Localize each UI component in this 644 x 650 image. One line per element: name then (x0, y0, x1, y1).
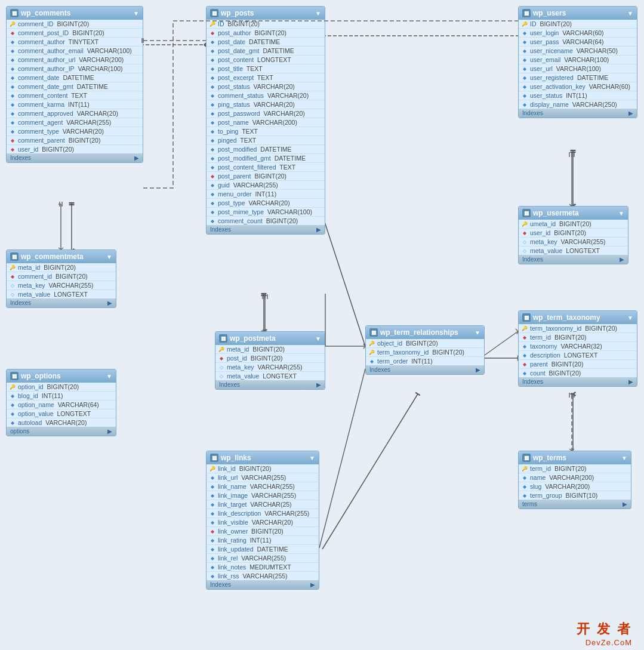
table-row: ◆user_registered DATETIME (519, 73, 637, 82)
table-body-wp-posts: 🔑ID BIGINT(20) ◆post_author BIGINT(20) ◆… (207, 20, 325, 225)
table-footer-wp-term-relationships[interactable]: Indexes ▶ (366, 365, 484, 374)
table-row: ◆post_modified_gmt DATETIME (207, 154, 325, 163)
table-row: ◆user_id BIGINT(20) (519, 229, 628, 238)
watermark-line2: DevZe.CoM (586, 638, 632, 647)
table-row: 🔑comment_ID BIGINT(20) (7, 20, 143, 29)
table-body-wp-term-relationships: 🔑object_id BIGINT(20) 🔑term_taxonomy_id … (366, 339, 484, 365)
dropdown-arrow[interactable]: ▼ (106, 254, 112, 260)
table-footer-wp-users[interactable]: Indexes ▶ (519, 109, 637, 118)
table-footer-wp-links[interactable]: Indexes ▶ (207, 580, 319, 589)
field-icon: ◆ (9, 74, 16, 81)
key-icon: 🔑 (368, 349, 375, 356)
footer-arrow: ▶ (628, 110, 633, 116)
dropdown-arrow[interactable]: ▼ (315, 335, 321, 342)
field-icon: ◆ (521, 56, 528, 63)
table-header-wp-users[interactable]: ▦ wp_users ▼ (519, 7, 637, 20)
table-row: ◇meta_key VARCHAR(255) (7, 281, 116, 290)
table-wp-comments: ▦ wp_comments ▼ 🔑comment_ID BIGINT(20) ◆… (6, 6, 143, 163)
field-icon: ◆ (521, 483, 528, 490)
dropdown-arrow[interactable]: ▼ (106, 373, 112, 380)
diamond-icon: ◇ (218, 363, 225, 371)
field-icon: ◆ (209, 563, 216, 571)
dropdown-arrow[interactable]: ▼ (309, 455, 315, 461)
field-icon: ◆ (209, 519, 216, 526)
table-header-wp-links[interactable]: ▦ wp_links ▼ (207, 451, 319, 464)
dropdown-arrow[interactable]: ▼ (621, 455, 627, 461)
table-row: ◆link_rss VARCHAR(255) (207, 572, 319, 580)
field-icon: ◆ (209, 146, 216, 153)
table-body-wp-commentmeta: 🔑meta_id BIGINT(20) ◆comment_id BIGINT(2… (7, 263, 116, 298)
dropdown-arrow[interactable]: ▼ (618, 210, 624, 217)
table-row: ◆comment_date_gmt DATETIME (7, 82, 143, 91)
field-icon: ◆ (209, 572, 216, 580)
footer-arrow: ▶ (628, 378, 633, 385)
table-header-wp-commentmeta[interactable]: ▦ wp_commentmeta ▼ (7, 250, 116, 263)
table-footer-wp-options[interactable]: options ▶ (7, 427, 116, 436)
field-icon: ◆ (209, 554, 216, 562)
table-footer-wp-terms[interactable]: terms ▶ (519, 500, 631, 509)
field-icon: ◆ (521, 369, 528, 377)
table-icon: ▦ (210, 9, 218, 17)
field-icon: ◆ (9, 92, 16, 99)
table-row: ◆comment_karma INT(11) (7, 100, 143, 109)
table-row: ◆comment_author TINYTEXT (7, 38, 143, 47)
table-header-wp-term-relationships[interactable]: ▦ wp_term_relationships ▼ (366, 326, 484, 339)
key-icon: 🔑 (9, 20, 16, 27)
fk-icon: ◆ (218, 355, 225, 362)
table-header-wp-comments[interactable]: ▦ wp_comments ▼ (7, 7, 143, 20)
table-row: ◆menu_order INT(11) (207, 190, 325, 199)
table-header-wp-postmeta[interactable]: ▦ wp_postmeta ▼ (215, 332, 325, 345)
footer-arrow: ▶ (620, 256, 624, 263)
table-wp-users: ▦ wp_users ▼ 🔑ID BIGINT(20) ◆user_login … (518, 6, 637, 118)
table-row: 🔑umeta_id BIGINT(20) (519, 220, 628, 229)
table-footer-wp-usermeta[interactable]: Indexes ▶ (519, 255, 628, 264)
table-row: ◆post_content LONGTEXT (207, 56, 325, 64)
table-footer-wp-term-taxonomy[interactable]: Indexes ▶ (519, 377, 637, 386)
table-header-wp-options[interactable]: ▦ wp_options ▼ (7, 369, 116, 383)
table-row: 🔑option_id BIGINT(20) (7, 383, 116, 392)
dropdown-arrow[interactable]: ▼ (315, 10, 321, 17)
table-wp-options: ▦ wp_options ▼ 🔑option_id BIGINT(20) ◆bl… (6, 369, 116, 436)
table-footer-wp-posts[interactable]: Indexes ▶ (207, 225, 325, 234)
dropdown-arrow[interactable]: ▼ (627, 315, 633, 321)
table-body-wp-users: 🔑ID BIGINT(20) ◆user_login VARCHAR(60) ◆… (519, 20, 637, 109)
fk-icon: ◆ (9, 273, 16, 280)
table-wp-commentmeta: ▦ wp_commentmeta ▼ 🔑meta_id BIGINT(20) ◆… (6, 249, 116, 308)
dropdown-arrow[interactable]: ▼ (627, 10, 633, 17)
table-row: ◆post_content_filtered TEXT (207, 163, 325, 172)
table-row: ◆comment_count BIGINT(20) (207, 217, 325, 225)
table-row: ◆link_updated DATETIME (207, 545, 319, 554)
table-row: ◆taxonomy VARCHAR(32) (519, 342, 637, 351)
dropdown-arrow[interactable]: ▼ (133, 10, 139, 17)
fk-icon: ◆ (9, 146, 16, 153)
table-header-wp-posts[interactable]: ▦ wp_posts ▼ (207, 7, 325, 20)
field-icon: ◆ (9, 38, 16, 45)
field-icon: ◆ (521, 38, 528, 45)
field-icon: ◆ (521, 352, 528, 359)
table-body-wp-term-taxonomy: 🔑term_taxonomy_id BIGINT(20) ◆term_id BI… (519, 324, 637, 377)
table-row: ◆post_date DATETIME (207, 38, 325, 47)
table-header-wp-usermeta[interactable]: ▦ wp_usermeta ▼ (519, 207, 628, 220)
field-icon: ◆ (9, 119, 16, 126)
table-footer-wp-commentmeta[interactable]: Indexes ▶ (7, 298, 116, 307)
table-row: ◆guid VARCHAR(255) (207, 181, 325, 190)
field-icon: ◆ (9, 419, 16, 426)
dropdown-arrow[interactable]: ▼ (474, 329, 480, 336)
table-footer-wp-comments[interactable]: Indexes ▶ (7, 153, 143, 162)
table-row: ◆link_notes MEDIUMTEXT (207, 563, 319, 572)
table-row: ◆comment_author_email VARCHAR(100) (7, 47, 143, 56)
field-icon: ◆ (521, 492, 528, 499)
table-footer-wp-postmeta[interactable]: Indexes ▶ (215, 380, 325, 389)
table-row: ◆link_image VARCHAR(255) (207, 491, 319, 500)
table-row: ◆post_id BIGINT(20) (215, 354, 325, 363)
table-row: ◆post_mime_type VARCHAR(100) (207, 208, 325, 217)
key-icon: 🔑 (209, 20, 216, 27)
table-row: ◆comment_id BIGINT(20) (7, 272, 116, 281)
table-row: ◆comment_parent BIGINT(20) (7, 136, 143, 145)
table-row: ◆to_ping TEXT (207, 127, 325, 136)
table-body-wp-postmeta: 🔑meta_id BIGINT(20) ◆post_id BIGINT(20) … (215, 345, 325, 380)
table-header-wp-terms[interactable]: ▦ wp_terms ▼ (519, 451, 631, 464)
table-icon: ▦ (10, 252, 19, 261)
field-icon: ◆ (521, 343, 528, 350)
table-header-wp-term-taxonomy[interactable]: ▦ wp_term_taxonomy ▼ (519, 311, 637, 324)
